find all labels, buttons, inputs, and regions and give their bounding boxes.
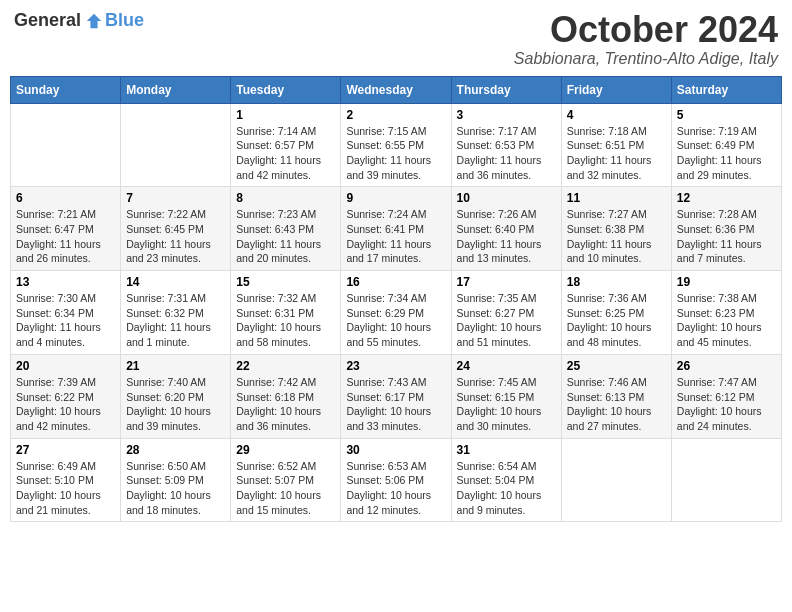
calendar-cell: 11Sunrise: 7:27 AM Sunset: 6:38 PM Dayli… (561, 187, 671, 271)
day-info: Sunrise: 7:27 AM Sunset: 6:38 PM Dayligh… (567, 207, 666, 266)
day-info: Sunrise: 7:39 AM Sunset: 6:22 PM Dayligh… (16, 375, 115, 434)
calendar-cell: 13Sunrise: 7:30 AM Sunset: 6:34 PM Dayli… (11, 271, 121, 355)
calendar-cell: 20Sunrise: 7:39 AM Sunset: 6:22 PM Dayli… (11, 354, 121, 438)
calendar-cell: 29Sunrise: 6:52 AM Sunset: 5:07 PM Dayli… (231, 438, 341, 522)
day-number: 31 (457, 443, 556, 457)
day-number: 7 (126, 191, 225, 205)
calendar-cell: 26Sunrise: 7:47 AM Sunset: 6:12 PM Dayli… (671, 354, 781, 438)
day-info: Sunrise: 7:18 AM Sunset: 6:51 PM Dayligh… (567, 124, 666, 183)
day-number: 2 (346, 108, 445, 122)
day-info: Sunrise: 7:43 AM Sunset: 6:17 PM Dayligh… (346, 375, 445, 434)
calendar-cell: 18Sunrise: 7:36 AM Sunset: 6:25 PM Dayli… (561, 271, 671, 355)
day-number: 8 (236, 191, 335, 205)
logo-icon (85, 12, 103, 30)
day-info: Sunrise: 7:14 AM Sunset: 6:57 PM Dayligh… (236, 124, 335, 183)
day-info: Sunrise: 6:53 AM Sunset: 5:06 PM Dayligh… (346, 459, 445, 518)
day-number: 30 (346, 443, 445, 457)
calendar-cell: 1Sunrise: 7:14 AM Sunset: 6:57 PM Daylig… (231, 103, 341, 187)
day-number: 29 (236, 443, 335, 457)
day-number: 13 (16, 275, 115, 289)
day-number: 25 (567, 359, 666, 373)
calendar-table: Sunday Monday Tuesday Wednesday Thursday… (10, 76, 782, 523)
calendar-cell: 24Sunrise: 7:45 AM Sunset: 6:15 PM Dayli… (451, 354, 561, 438)
calendar-cell: 10Sunrise: 7:26 AM Sunset: 6:40 PM Dayli… (451, 187, 561, 271)
calendar-cell: 28Sunrise: 6:50 AM Sunset: 5:09 PM Dayli… (121, 438, 231, 522)
day-info: Sunrise: 7:26 AM Sunset: 6:40 PM Dayligh… (457, 207, 556, 266)
day-number: 21 (126, 359, 225, 373)
day-info: Sunrise: 7:34 AM Sunset: 6:29 PM Dayligh… (346, 291, 445, 350)
day-number: 27 (16, 443, 115, 457)
calendar-cell: 6Sunrise: 7:21 AM Sunset: 6:47 PM Daylig… (11, 187, 121, 271)
calendar-cell: 23Sunrise: 7:43 AM Sunset: 6:17 PM Dayli… (341, 354, 451, 438)
day-number: 20 (16, 359, 115, 373)
day-number: 3 (457, 108, 556, 122)
weekday-header-row: Sunday Monday Tuesday Wednesday Thursday… (11, 76, 782, 103)
day-info: Sunrise: 7:23 AM Sunset: 6:43 PM Dayligh… (236, 207, 335, 266)
day-info: Sunrise: 7:38 AM Sunset: 6:23 PM Dayligh… (677, 291, 776, 350)
calendar-cell: 17Sunrise: 7:35 AM Sunset: 6:27 PM Dayli… (451, 271, 561, 355)
location-title: Sabbionara, Trentino-Alto Adige, Italy (514, 50, 778, 68)
calendar-cell (11, 103, 121, 187)
calendar-cell: 27Sunrise: 6:49 AM Sunset: 5:10 PM Dayli… (11, 438, 121, 522)
header-sunday: Sunday (11, 76, 121, 103)
day-number: 14 (126, 275, 225, 289)
month-title: October 2024 (514, 10, 778, 50)
calendar-week-row: 27Sunrise: 6:49 AM Sunset: 5:10 PM Dayli… (11, 438, 782, 522)
calendar-cell (671, 438, 781, 522)
title-block: October 2024 Sabbionara, Trentino-Alto A… (514, 10, 778, 68)
header-tuesday: Tuesday (231, 76, 341, 103)
day-number: 9 (346, 191, 445, 205)
day-info: Sunrise: 7:42 AM Sunset: 6:18 PM Dayligh… (236, 375, 335, 434)
calendar-cell: 21Sunrise: 7:40 AM Sunset: 6:20 PM Dayli… (121, 354, 231, 438)
day-number: 17 (457, 275, 556, 289)
day-info: Sunrise: 7:46 AM Sunset: 6:13 PM Dayligh… (567, 375, 666, 434)
calendar-cell: 25Sunrise: 7:46 AM Sunset: 6:13 PM Dayli… (561, 354, 671, 438)
calendar-cell: 7Sunrise: 7:22 AM Sunset: 6:45 PM Daylig… (121, 187, 231, 271)
calendar-cell: 8Sunrise: 7:23 AM Sunset: 6:43 PM Daylig… (231, 187, 341, 271)
day-number: 1 (236, 108, 335, 122)
day-number: 24 (457, 359, 556, 373)
calendar-cell: 3Sunrise: 7:17 AM Sunset: 6:53 PM Daylig… (451, 103, 561, 187)
calendar-cell (561, 438, 671, 522)
day-number: 16 (346, 275, 445, 289)
calendar-cell: 30Sunrise: 6:53 AM Sunset: 5:06 PM Dayli… (341, 438, 451, 522)
day-info: Sunrise: 7:24 AM Sunset: 6:41 PM Dayligh… (346, 207, 445, 266)
day-info: Sunrise: 6:52 AM Sunset: 5:07 PM Dayligh… (236, 459, 335, 518)
calendar-cell: 4Sunrise: 7:18 AM Sunset: 6:51 PM Daylig… (561, 103, 671, 187)
day-number: 11 (567, 191, 666, 205)
day-info: Sunrise: 7:36 AM Sunset: 6:25 PM Dayligh… (567, 291, 666, 350)
day-number: 23 (346, 359, 445, 373)
calendar-week-row: 1Sunrise: 7:14 AM Sunset: 6:57 PM Daylig… (11, 103, 782, 187)
calendar-cell: 22Sunrise: 7:42 AM Sunset: 6:18 PM Dayli… (231, 354, 341, 438)
calendar-week-row: 13Sunrise: 7:30 AM Sunset: 6:34 PM Dayli… (11, 271, 782, 355)
day-info: Sunrise: 6:50 AM Sunset: 5:09 PM Dayligh… (126, 459, 225, 518)
day-number: 15 (236, 275, 335, 289)
day-info: Sunrise: 7:21 AM Sunset: 6:47 PM Dayligh… (16, 207, 115, 266)
calendar-cell: 9Sunrise: 7:24 AM Sunset: 6:41 PM Daylig… (341, 187, 451, 271)
logo-text-blue: Blue (105, 10, 144, 31)
day-number: 22 (236, 359, 335, 373)
day-info: Sunrise: 7:30 AM Sunset: 6:34 PM Dayligh… (16, 291, 115, 350)
header-wednesday: Wednesday (341, 76, 451, 103)
day-info: Sunrise: 7:35 AM Sunset: 6:27 PM Dayligh… (457, 291, 556, 350)
day-number: 28 (126, 443, 225, 457)
calendar-cell: 19Sunrise: 7:38 AM Sunset: 6:23 PM Dayli… (671, 271, 781, 355)
day-info: Sunrise: 7:47 AM Sunset: 6:12 PM Dayligh… (677, 375, 776, 434)
calendar-cell: 2Sunrise: 7:15 AM Sunset: 6:55 PM Daylig… (341, 103, 451, 187)
day-info: Sunrise: 7:45 AM Sunset: 6:15 PM Dayligh… (457, 375, 556, 434)
header-friday: Friday (561, 76, 671, 103)
day-number: 19 (677, 275, 776, 289)
day-number: 4 (567, 108, 666, 122)
header-saturday: Saturday (671, 76, 781, 103)
calendar-cell: 16Sunrise: 7:34 AM Sunset: 6:29 PM Dayli… (341, 271, 451, 355)
calendar-cell (121, 103, 231, 187)
svg-marker-0 (87, 13, 101, 27)
day-number: 18 (567, 275, 666, 289)
day-number: 26 (677, 359, 776, 373)
logo-text-general: General (14, 10, 81, 31)
day-number: 6 (16, 191, 115, 205)
day-info: Sunrise: 6:49 AM Sunset: 5:10 PM Dayligh… (16, 459, 115, 518)
calendar-cell: 5Sunrise: 7:19 AM Sunset: 6:49 PM Daylig… (671, 103, 781, 187)
day-info: Sunrise: 6:54 AM Sunset: 5:04 PM Dayligh… (457, 459, 556, 518)
calendar-week-row: 6Sunrise: 7:21 AM Sunset: 6:47 PM Daylig… (11, 187, 782, 271)
